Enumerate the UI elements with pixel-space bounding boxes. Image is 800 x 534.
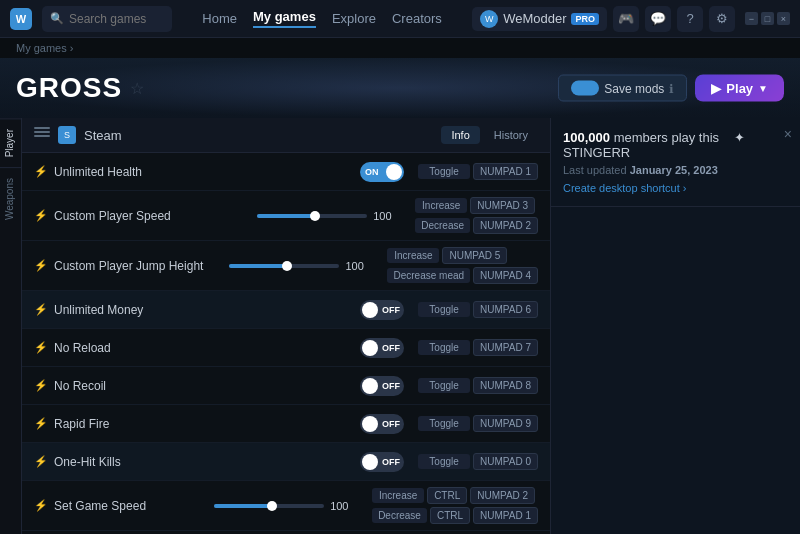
mod-name-no-reload: No Reload (54, 341, 360, 355)
action-increase[interactable]: Increase (372, 488, 424, 503)
username: WeModder (503, 11, 566, 26)
app-logo: W (10, 8, 32, 30)
search-icon: 🔍 (50, 12, 64, 25)
lightning-icon: ⚡ (34, 209, 48, 222)
keybind-group: Toggle NUMPAD 1 (418, 163, 538, 180)
shortcut-link[interactable]: Create desktop shortcut › (563, 182, 788, 194)
action-toggle[interactable]: Toggle (418, 302, 470, 317)
key-pill[interactable]: NUMPAD 4 (473, 267, 538, 284)
keybind-row: Toggle NUMPAD 9 (418, 415, 538, 432)
slider-thumb[interactable] (310, 211, 320, 221)
minimize-btn[interactable]: − (745, 12, 758, 25)
action-toggle[interactable]: Toggle (418, 416, 470, 431)
action-decrease-mead[interactable]: Decrease mead (387, 268, 470, 283)
pro-badge: PRO (571, 13, 599, 25)
action-increase[interactable]: Increase (415, 198, 467, 213)
key-pill[interactable]: NUMPAD 2 (473, 217, 538, 234)
nav-explore[interactable]: Explore (332, 11, 376, 26)
mod-controls: 100 Increase CTRL NUMPAD 2 Decrease CTRL… (214, 487, 538, 524)
action-toggle[interactable]: Toggle (418, 454, 470, 469)
chat-icon-btn[interactable]: 💬 (645, 6, 671, 32)
toggle-unlimited-health[interactable]: ON (360, 162, 404, 182)
last-updated: Last updated January 25, 2023 (563, 164, 788, 176)
key-pill[interactable]: NUMPAD 6 (473, 301, 538, 318)
toggle-unlimited-money[interactable]: OFF (360, 300, 404, 320)
table-row: ⚡ Custom Player Speed 100 Increase NUMPA… (22, 191, 550, 241)
nav-my-games[interactable]: My games (253, 9, 316, 28)
key-ctrl[interactable]: CTRL (427, 487, 467, 504)
lightning-icon: ⚡ (34, 165, 48, 178)
key-pill[interactable]: NUMPAD 0 (473, 453, 538, 470)
help-icon-btn[interactable]: ? (677, 6, 703, 32)
key-numpad2[interactable]: NUMPAD 2 (470, 487, 535, 504)
mod-name-player-speed: Custom Player Speed (54, 209, 257, 223)
side-tabs: Player Weapons (0, 118, 22, 534)
sidebar-tab-player[interactable]: Player (0, 118, 21, 167)
mod-controls: OFF Toggle NUMPAD 0 (360, 452, 538, 472)
action-toggle[interactable]: Toggle (418, 378, 470, 393)
mod-name-rapid-fire: Rapid Fire (54, 417, 360, 431)
lightning-icon: ⚡ (34, 341, 48, 354)
key-numpad1[interactable]: NUMPAD 1 (473, 507, 538, 524)
keybind-row: Decrease NUMPAD 2 (415, 217, 538, 234)
close-btn[interactable]: × (777, 12, 790, 25)
key-pill[interactable]: NUMPAD 8 (473, 377, 538, 394)
play-icon: ▶ (711, 81, 721, 96)
slider-track[interactable] (214, 504, 324, 508)
table-row: ⚡ One-Hit Kills OFF Toggle NUMPAD 0 (22, 443, 550, 481)
key-ctrl[interactable]: CTRL (430, 507, 470, 524)
keybind-row: Toggle NUMPAD 8 (418, 377, 538, 394)
toggle-knob (386, 164, 402, 180)
play-button[interactable]: ▶ Play ▼ (695, 75, 784, 102)
action-toggle[interactable]: Toggle (418, 164, 470, 179)
key-pill[interactable]: NUMPAD 1 (473, 163, 538, 180)
platform-icon: S (58, 126, 76, 144)
game-title: GROSS (16, 72, 122, 104)
settings-icon-btn[interactable]: ⚙ (709, 6, 735, 32)
key-pill[interactable]: NUMPAD 3 (470, 197, 535, 214)
search-bar[interactable]: 🔍 (42, 6, 172, 32)
keybind-group: Toggle NUMPAD 8 (418, 377, 538, 394)
keybind-group: Increase NUMPAD 5 Decrease mead NUMPAD 4 (387, 247, 538, 284)
search-input[interactable] (69, 12, 164, 26)
user-badge[interactable]: W WeModder PRO (472, 7, 607, 31)
toggle-one-hit-kills[interactable]: OFF (360, 452, 404, 472)
toggle-no-reload[interactable]: OFF (360, 338, 404, 358)
mod-controls: OFF Toggle NUMPAD 9 (360, 414, 538, 434)
save-mods-button[interactable]: Save mods ℹ (558, 75, 687, 102)
table-row: ⚡ Custom Player Jump Height 100 Increase… (22, 241, 550, 291)
maximize-btn[interactable]: □ (761, 12, 774, 25)
tab-info[interactable]: Info (441, 126, 479, 144)
slider-container: 100 (214, 500, 358, 512)
action-decrease[interactable]: Decrease (372, 508, 427, 523)
members-count: 100,000 members play this ✦ STINGERR (563, 130, 788, 160)
close-info-panel-button[interactable]: × (784, 126, 792, 142)
controller-icon-btn[interactable]: 🎮 (613, 6, 639, 32)
toggle-knob (362, 302, 378, 318)
key-pill[interactable]: NUMPAD 9 (473, 415, 538, 432)
action-decrease[interactable]: Decrease (415, 218, 470, 233)
nav-home[interactable]: Home (202, 11, 237, 26)
action-increase[interactable]: Increase (387, 248, 439, 263)
slider-thumb[interactable] (282, 261, 292, 271)
info-panel: × 100,000 members play this ✦ STINGERR L… (550, 118, 800, 534)
action-toggle[interactable]: Toggle (418, 340, 470, 355)
slider-track[interactable] (229, 264, 339, 268)
keybind-group: Toggle NUMPAD 7 (418, 339, 538, 356)
slider-track[interactable] (257, 214, 367, 218)
tab-history[interactable]: History (484, 126, 538, 144)
slider-thumb[interactable] (267, 501, 277, 511)
key-pill[interactable]: NUMPAD 5 (442, 247, 507, 264)
key-pill[interactable]: NUMPAD 7 (473, 339, 538, 356)
lightning-icon: ⚡ (34, 303, 48, 316)
nav-creators[interactable]: Creators (392, 11, 442, 26)
mod-name-game-speed: Set Game Speed (54, 499, 214, 513)
sidebar-tab-weapons[interactable]: Weapons (0, 167, 21, 230)
list-icon[interactable] (34, 127, 50, 143)
platform-header: S Steam Info History (22, 118, 550, 153)
toggle-rapid-fire[interactable]: OFF (360, 414, 404, 434)
window-controls: − □ × (745, 12, 790, 25)
avatar: W (480, 10, 498, 28)
toggle-no-recoil[interactable]: OFF (360, 376, 404, 396)
save-toggle-icon (571, 81, 599, 96)
